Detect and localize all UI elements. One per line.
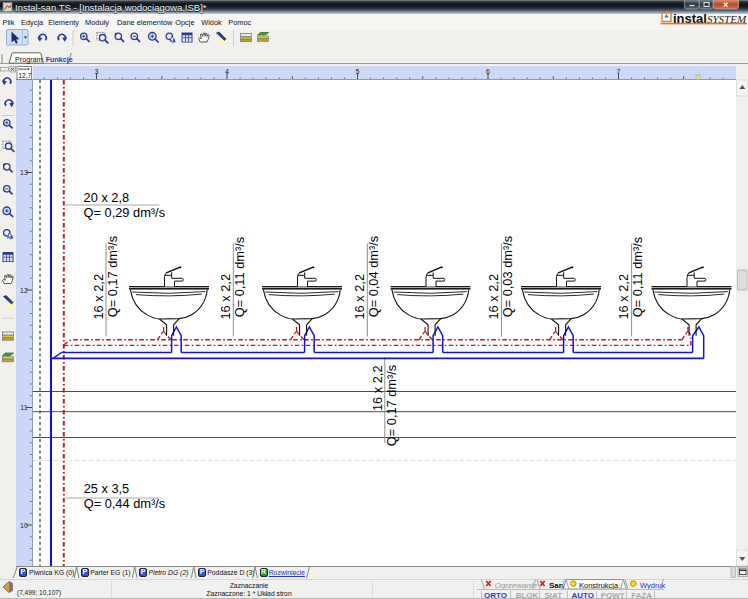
svg-text:12,7: 12,7 — [19, 72, 32, 79]
